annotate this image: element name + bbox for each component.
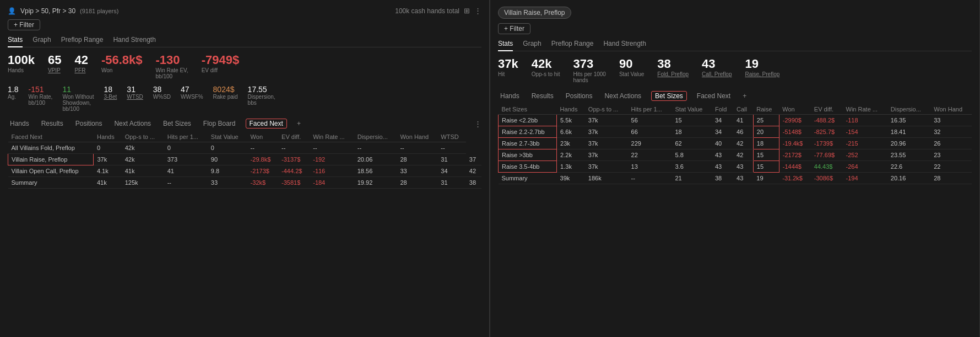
stat-fold-val: 38: [657, 57, 689, 71]
right-tab-results[interactable]: Results: [529, 91, 556, 101]
right-cell: 39k: [557, 173, 585, 184]
left-header: 👤 Vpip > 50, Pfr > 30 (9181 players) 100…: [8, 7, 481, 15]
stat-hands-val: 100k: [8, 53, 35, 67]
r-col-call: Call: [733, 104, 753, 115]
left-tab-faced-next[interactable]: Faced Next: [246, 119, 287, 129]
stat-rake-val: 8024$: [213, 85, 238, 94]
right-cell: Raise 2.2-2.7bb: [499, 126, 557, 138]
right-tab-positions[interactable]: Positions: [564, 91, 595, 101]
right-table-row[interactable]: Raise <2.2bb5.5k37k5615344125-2990$-488.…: [499, 115, 972, 126]
tab-hand-strength-right[interactable]: Hand Strength: [603, 39, 646, 49]
copy-icon[interactable]: ⊞: [464, 7, 470, 15]
stat-wtsd-label: WTSD: [127, 94, 143, 100]
right-cell: -1739$: [811, 138, 843, 149]
left-tabs: Stats Graph Preflop Range Hand Strength: [8, 35, 481, 47]
left-tab-bet-sizes[interactable]: Bet Sizes: [161, 119, 193, 129]
right-badge: Villain Raise, Preflop: [498, 7, 571, 19]
right-tab-bet-sizes[interactable]: Bet Sizes: [651, 91, 687, 101]
right-tabs: Stats Graph Preflop Range Hand Strength: [498, 39, 972, 51]
tab-stats-right[interactable]: Stats: [498, 39, 513, 51]
right-table-row[interactable]: Raise >3bb2.2k37k225.8434215-2172$-77.69…: [499, 149, 972, 161]
right-cell: -194: [843, 173, 887, 184]
left-tab-flop-board[interactable]: Flop Board: [201, 119, 238, 129]
stat-stat-value-label: Stat Value: [619, 71, 644, 77]
left-cell: 37: [466, 154, 481, 165]
right-cell: 20: [753, 126, 779, 138]
left-cell: 90: [208, 154, 247, 165]
left-cell: 41k: [122, 165, 164, 177]
left-table-more[interactable]: ⋮: [474, 120, 481, 128]
left-cell: -184: [310, 177, 354, 189]
stat-winrate: -151 Win Rate,bb/100: [28, 85, 52, 106]
left-table-row[interactable]: Villain Open Call, Preflop4.1k41k419.8-2…: [8, 165, 482, 177]
right-cell: -825.7$: [811, 126, 843, 138]
col-won: Won: [247, 132, 278, 142]
tab-graph-right[interactable]: Graph: [523, 39, 541, 49]
right-cell: -77.69$: [811, 149, 843, 161]
left-cell: Summary: [8, 177, 94, 189]
col-opps-to: Opp-s to ...: [122, 132, 164, 142]
stat-fold-label: Fold, Preflop: [657, 71, 689, 77]
tab-graph-left[interactable]: Graph: [33, 35, 51, 45]
left-cell: 31: [437, 154, 465, 165]
right-cell: 22: [628, 149, 672, 161]
col-wtsd: WTSD: [437, 132, 465, 142]
stat-wwsf-pct-val: 47: [181, 85, 203, 94]
right-table-row[interactable]: Raise 3.5-4bb1.3k37k133.6434315-1444$44.…: [499, 161, 972, 173]
left-table-row[interactable]: All Villains Fold, Preflop042k00--------…: [8, 142, 482, 154]
tab-preflop-range-left[interactable]: Preflop Range: [61, 35, 104, 45]
col-hits-per: Hits per 1...: [164, 132, 208, 142]
right-cell: -252: [843, 149, 887, 161]
left-table-row[interactable]: Villain Raise, Preflop37k42k37390-29.8k$…: [8, 154, 482, 165]
right-tab-plus[interactable]: +: [740, 91, 749, 101]
right-cell: 19: [753, 173, 779, 184]
stat-fold-preflop: 38 Fold, Preflop: [657, 57, 689, 77]
tab-hand-strength-left[interactable]: Hand Strength: [113, 35, 155, 45]
stat-3bet-label: 3-Bet: [104, 94, 117, 100]
left-tab-hands[interactable]: Hands: [8, 119, 31, 129]
right-cell: --: [628, 173, 672, 184]
right-table-row[interactable]: Raise 2.2-2.7bb6.6k37k6618344620-5148$-8…: [499, 126, 972, 138]
right-cell: 40: [712, 138, 733, 149]
right-tab-faced-next[interactable]: Faced Next: [695, 91, 733, 101]
right-tab-next-actions[interactable]: Next Actions: [602, 91, 643, 101]
left-filter-button[interactable]: + Filter: [8, 19, 40, 30]
left-tab-next-actions[interactable]: Next Actions: [112, 119, 153, 129]
filter-label: Vpip > 50, Pfr > 30: [20, 7, 75, 15]
col-ev-diff: EV diff.: [278, 132, 310, 142]
stat-call-label: Call, Preflop: [702, 71, 732, 77]
right-cell: 15: [753, 149, 779, 161]
stat-dispersion: 17.55 Dispersion,bbs: [248, 85, 275, 106]
left-table-row[interactable]: Summary41k125k--33-32k$-3581$-18419.9228…: [8, 177, 482, 189]
left-cell: 28: [397, 154, 437, 165]
left-tab-results[interactable]: Results: [39, 119, 66, 129]
tab-stats-left[interactable]: Stats: [8, 35, 23, 47]
r-col-hands: Hands: [557, 104, 585, 115]
more-icon[interactable]: ⋮: [474, 7, 481, 15]
left-cell: 0: [208, 142, 247, 154]
stat-rake-label: Rake paid: [213, 94, 238, 100]
stat-hands-label: Hands: [8, 67, 35, 73]
stat-ag: 1.8 Ag.: [8, 85, 18, 100]
left-tab-positions[interactable]: Positions: [73, 119, 105, 129]
stat-rake: 8024$ Rake paid: [213, 85, 238, 100]
left-stats-row2: 1.8 Ag. -151 Win Rate,bb/100 11 Won With…: [8, 85, 481, 112]
stat-pfr: 42 PFR: [74, 53, 88, 73]
right-cell: 43: [733, 161, 753, 173]
right-table-row[interactable]: Raise 2.7-3bb23k37k22962404218-19.4k$-17…: [499, 138, 972, 149]
right-table-row[interactable]: Summary39k186k--21384319-31.2k$-3086$-19…: [499, 173, 972, 184]
left-tab-plus[interactable]: +: [295, 119, 303, 129]
right-cell: 22.6: [887, 161, 930, 173]
right-cell: 23: [930, 149, 972, 161]
right-filter-button[interactable]: + Filter: [498, 23, 530, 34]
right-tab-hands[interactable]: Hands: [498, 91, 522, 101]
left-cell: 41k: [94, 177, 122, 189]
right-cell: 1.3k: [557, 161, 585, 173]
left-cell: -3137$: [278, 154, 310, 165]
stat-dispersion-val: 17.55: [248, 85, 275, 94]
left-cell: --: [354, 142, 397, 154]
stat-raise-label: Raise, Preflop: [745, 71, 779, 77]
tab-preflop-range-right[interactable]: Preflop Range: [551, 39, 594, 49]
right-cell: 15: [753, 161, 779, 173]
right-cell: 229: [628, 138, 672, 149]
